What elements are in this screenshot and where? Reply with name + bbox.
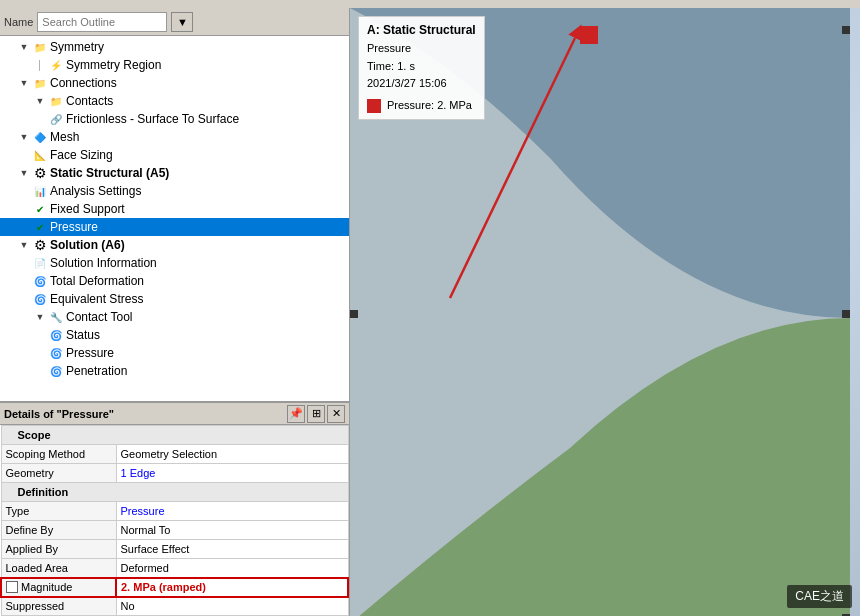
suppressed-value: No <box>116 597 348 616</box>
details-table: Scope Scoping Method Geometry Selection … <box>0 425 349 616</box>
details-header-icons: 📌 ⊞ ✕ <box>287 405 345 423</box>
define-by-row: Define By Normal To <box>1 521 348 540</box>
tree-label: Pressure <box>50 220 98 234</box>
analysis-icon: 📊 <box>32 183 48 199</box>
tree-item-face-sizing[interactable]: 📐 Face Sizing <box>0 146 349 164</box>
tree-search-bar: Name ▼ <box>4 12 193 32</box>
magnitude-value[interactable]: 2. MPa (ramped) <box>116 578 348 597</box>
scope-label: Scope <box>1 426 348 445</box>
search-button[interactable]: ▼ <box>171 12 193 32</box>
magnitude-label: Magnitude <box>1 578 116 597</box>
tree-item-solution[interactable]: ▼ ⚙ Solution (A6) <box>0 236 349 254</box>
tree-item-connections[interactable]: ▼ 📁 Connections <box>0 74 349 92</box>
scoping-method-label: Scoping Method <box>1 445 116 464</box>
details-panel: Details of "Pressure" 📌 ⊞ ✕ Scope Scopin… <box>0 401 349 616</box>
magnitude-checkbox[interactable] <box>6 581 18 593</box>
penetration-icon: 🌀 <box>48 363 64 379</box>
expand-icon[interactable]: ▼ <box>16 237 32 253</box>
tree-label: Mesh <box>50 130 79 144</box>
status-icon: 🌀 <box>48 327 64 343</box>
loaded-area-value: Deformed <box>116 559 348 578</box>
expand-icon[interactable]: ▼ <box>32 93 48 109</box>
tree-item-total-deformation[interactable]: 🌀 Total Deformation <box>0 272 349 290</box>
define-by-value: Normal To <box>116 521 348 540</box>
magnitude-checkbox-cell: Magnitude <box>6 581 111 593</box>
sizing-icon: 📐 <box>32 147 48 163</box>
expand-icon[interactable]: ▼ <box>16 165 32 181</box>
viewport-time: Time: 1. s <box>367 58 476 76</box>
legend-label: Pressure: 2. MPa <box>387 97 472 115</box>
name-label: Name <box>4 16 33 28</box>
tree-item-equiv-stress[interactable]: 🌀 Equivalent Stress <box>0 290 349 308</box>
suppressed-row: Suppressed No <box>1 597 348 616</box>
pressure-icon: ✔ <box>32 219 48 235</box>
scoping-method-value: Geometry Selection <box>116 445 348 464</box>
tree-label: Equivalent Stress <box>50 292 143 306</box>
tree-label: Fixed Support <box>50 202 125 216</box>
tree-label: Solution (A6) <box>50 238 125 252</box>
legend-color-square <box>367 99 381 113</box>
close-button[interactable]: ✕ <box>327 405 345 423</box>
type-value: Pressure <box>116 502 348 521</box>
deform-icon: 🌀 <box>32 273 48 289</box>
expand-icon[interactable]: ▼ <box>16 75 32 91</box>
applied-by-row: Applied By Surface Effect <box>1 540 348 559</box>
tree-label: Face Sizing <box>50 148 113 162</box>
tree-item-contacts[interactable]: ▼ 📁 Contacts <box>0 92 349 110</box>
define-by-label: Define By <box>1 521 116 540</box>
expand-icon[interactable]: ▼ <box>16 39 32 55</box>
tree-label: Connections <box>50 76 117 90</box>
tool-icon: 🔧 <box>48 309 64 325</box>
info-icon: 📄 <box>32 255 48 271</box>
magnitude-label-text: Magnitude <box>21 581 72 593</box>
viewport-date: 2021/3/27 15:06 <box>367 75 476 93</box>
definition-label: Definition <box>1 483 348 502</box>
tree-label: Penetration <box>66 364 127 378</box>
tree-item-mesh[interactable]: ▼ 🔷 Mesh <box>0 128 349 146</box>
tree-header: Name ▼ <box>0 8 349 36</box>
pressure-handle <box>580 26 598 44</box>
tree-label: Pressure <box>66 346 114 360</box>
tree-label: Symmetry <box>50 40 104 54</box>
tree-item-pressure2[interactable]: 🌀 Pressure <box>0 344 349 362</box>
geometry-row: Geometry 1 Edge <box>1 464 348 483</box>
tree-item-status[interactable]: 🌀 Status <box>0 326 349 344</box>
contacts-icon: 📁 <box>48 93 64 109</box>
tree-item-solution-info[interactable]: 📄 Solution Information <box>0 254 349 272</box>
undock-button[interactable]: ⊞ <box>307 405 325 423</box>
tree-item-symmetry-region[interactable]: │ ⚡ Symmetry Region <box>0 56 349 74</box>
loaded-area-label: Loaded Area <box>1 559 116 578</box>
tree-item-symmetry[interactable]: ▼ 📁 Symmetry <box>0 38 349 56</box>
tree-item-pressure[interactable]: ✔ Pressure <box>0 218 349 236</box>
contact-icon: 🔗 <box>48 111 64 127</box>
expand-icon[interactable]: ▼ <box>16 129 32 145</box>
tree-item-contact-tool[interactable]: ▼ 🔧 Contact Tool <box>0 308 349 326</box>
tree-label: Symmetry Region <box>66 58 161 72</box>
watermark: CAE之道 <box>787 585 852 608</box>
legend: Pressure: 2. MPa <box>367 97 476 115</box>
pin-button[interactable]: 📌 <box>287 405 305 423</box>
tree-label: Total Deformation <box>50 274 144 288</box>
tree-label: Analysis Settings <box>50 184 141 198</box>
connections-icon: 📁 <box>32 75 48 91</box>
tree-item-fixed-support[interactable]: ✔ Fixed Support <box>0 200 349 218</box>
viewport-subtitle: Pressure <box>367 40 476 58</box>
corner-handle-mid-right <box>842 310 850 318</box>
branch-icon: │ <box>32 57 48 73</box>
expand-icon[interactable]: ▼ <box>32 309 48 325</box>
geometry-label: Geometry <box>1 464 116 483</box>
solution-icon: ⚙ <box>32 237 48 253</box>
details-title: Details of "Pressure" <box>4 408 287 420</box>
stress-icon: 🌀 <box>32 291 48 307</box>
loaded-area-row: Loaded Area Deformed <box>1 559 348 578</box>
tree-label: Contacts <box>66 94 113 108</box>
static-icon: ⚙ <box>32 165 48 181</box>
tree-item-analysis-settings[interactable]: 📊 Analysis Settings <box>0 182 349 200</box>
search-input[interactable] <box>37 12 167 32</box>
tree-item-penetration[interactable]: 🌀 Penetration <box>0 362 349 380</box>
tree-body: ▼ 📁 Symmetry │ ⚡ Symmetry Region ▼ 📁 Con… <box>0 36 349 401</box>
tree-item-static-structural[interactable]: ▼ ⚙ Static Structural (A5) <box>0 164 349 182</box>
applied-by-label: Applied By <box>1 540 116 559</box>
tree-item-frictionless[interactable]: 🔗 Frictionless - Surface To Surface <box>0 110 349 128</box>
type-row: Type Pressure <box>1 502 348 521</box>
